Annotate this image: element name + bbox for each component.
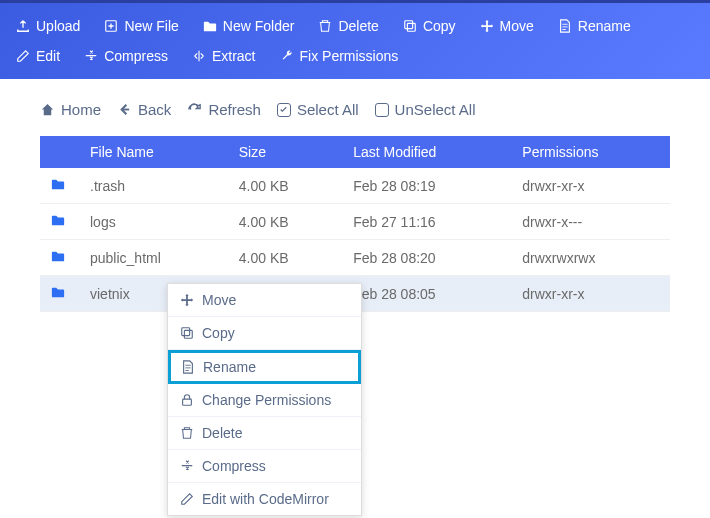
button-label: New File	[124, 18, 178, 34]
col-filename[interactable]: File Name	[80, 136, 229, 168]
newfolder-button[interactable]: New Folder	[193, 11, 305, 41]
copy-button[interactable]: Copy	[393, 11, 466, 41]
table-row[interactable]: public_html 4.00 KB Feb 28 08:20 drwxrwx…	[40, 240, 670, 276]
newfile-button[interactable]: New File	[94, 11, 188, 41]
unselectall-button[interactable]: UnSelect All	[375, 101, 476, 118]
cell-permissions: drwxr-xr-x	[512, 276, 670, 312]
context-rename[interactable]: Rename	[168, 350, 361, 384]
extract-icon	[192, 49, 206, 63]
context-label: Edit with CodeMirror	[202, 491, 329, 507]
button-label: Back	[138, 101, 171, 118]
back-button[interactable]: Back	[117, 101, 171, 118]
folder-icon	[50, 249, 66, 263]
context-copy[interactable]: Copy	[168, 317, 361, 350]
folder-icon	[50, 177, 66, 191]
button-label: Select All	[297, 101, 359, 118]
doc-icon	[181, 360, 195, 374]
copy-icon	[403, 19, 417, 33]
refresh-button[interactable]: Refresh	[187, 101, 261, 118]
context-move[interactable]: Move	[168, 284, 361, 317]
lock-icon	[180, 393, 194, 407]
context-editcm[interactable]: Edit with CodeMirror	[168, 483, 361, 515]
cell-size: 4.00 KB	[229, 168, 343, 204]
home-icon	[40, 102, 55, 117]
cell-filename: logs	[80, 204, 229, 240]
cell-modified: Feb 28 08:20	[343, 240, 512, 276]
cell-filename: .trash	[80, 168, 229, 204]
col-size[interactable]: Size	[229, 136, 343, 168]
home-button[interactable]: Home	[40, 101, 101, 118]
trash-icon	[318, 19, 332, 33]
col-modified[interactable]: Last Modified	[343, 136, 512, 168]
delete-button[interactable]: Delete	[308, 11, 388, 41]
button-label: Rename	[578, 18, 631, 34]
compress-icon	[180, 459, 194, 473]
context-label: Change Permissions	[202, 392, 331, 408]
context-changeperm[interactable]: Change Permissions	[168, 384, 361, 417]
cell-modified: Feb 27 11:16	[343, 204, 512, 240]
plusfile-icon	[104, 19, 118, 33]
wrench-icon	[280, 49, 294, 63]
edit-icon	[16, 49, 30, 63]
context-label: Delete	[202, 425, 242, 441]
button-label: Home	[61, 101, 101, 118]
table-row[interactable]: logs 4.00 KB Feb 27 11:16 drwxr-x---	[40, 204, 670, 240]
selectall-button[interactable]: Select All	[277, 101, 359, 118]
button-label: Extract	[212, 48, 256, 64]
button-label: Move	[500, 18, 534, 34]
cell-permissions: drwxr-x---	[512, 204, 670, 240]
compress-icon	[84, 49, 98, 63]
button-label: Edit	[36, 48, 60, 64]
context-label: Compress	[202, 458, 266, 474]
checkbox-checked-icon	[277, 103, 291, 117]
folder-icon	[50, 285, 66, 299]
doc-icon	[558, 19, 572, 33]
table-row[interactable]: .trash 4.00 KB Feb 28 08:19 drwxr-xr-x	[40, 168, 670, 204]
trash-icon	[180, 426, 194, 440]
upload-button[interactable]: Upload	[6, 11, 90, 41]
edit-button[interactable]: Edit	[6, 41, 70, 71]
context-compress[interactable]: Compress	[168, 450, 361, 483]
context-menu: MoveCopyRenameChange PermissionsDeleteCo…	[167, 283, 362, 516]
copy-icon	[180, 326, 194, 340]
button-label: Copy	[423, 18, 456, 34]
cell-filename: public_html	[80, 240, 229, 276]
move-button[interactable]: Move	[470, 11, 544, 41]
cell-modified: Feb 28 08:05	[343, 276, 512, 312]
button-label: Refresh	[208, 101, 261, 118]
upload-icon	[16, 19, 30, 33]
context-label: Copy	[202, 325, 235, 341]
move-icon	[180, 293, 194, 307]
button-label: UnSelect All	[395, 101, 476, 118]
folder-icon	[50, 213, 66, 227]
button-label: New Folder	[223, 18, 295, 34]
col-icon	[40, 136, 80, 168]
main-toolbar: UploadNew FileNew FolderDeleteCopyMoveRe…	[0, 0, 710, 79]
cell-size: 4.00 KB	[229, 240, 343, 276]
context-label: Rename	[203, 359, 256, 375]
edit-icon	[180, 492, 194, 506]
button-label: Compress	[104, 48, 168, 64]
button-label: Delete	[338, 18, 378, 34]
compress-button[interactable]: Compress	[74, 41, 178, 71]
cell-permissions: drwxr-xr-x	[512, 168, 670, 204]
cell-permissions: drwxrwxrwx	[512, 240, 670, 276]
col-permissions[interactable]: Permissions	[512, 136, 670, 168]
sub-toolbar: HomeBackRefreshSelect AllUnSelect All	[40, 101, 670, 118]
checkbox-empty-icon	[375, 103, 389, 117]
folder-icon	[203, 19, 217, 33]
button-label: Fix Permissions	[300, 48, 399, 64]
context-label: Move	[202, 292, 236, 308]
move-icon	[480, 19, 494, 33]
cell-modified: Feb 28 08:19	[343, 168, 512, 204]
back-icon	[117, 102, 132, 117]
cell-size: 4.00 KB	[229, 204, 343, 240]
rename-button[interactable]: Rename	[548, 11, 641, 41]
extract-button[interactable]: Extract	[182, 41, 266, 71]
button-label: Upload	[36, 18, 80, 34]
fixperm-button[interactable]: Fix Permissions	[270, 41, 409, 71]
context-delete[interactable]: Delete	[168, 417, 361, 450]
content-area: HomeBackRefreshSelect AllUnSelect All Fi…	[0, 79, 710, 312]
refresh-icon	[187, 102, 202, 117]
